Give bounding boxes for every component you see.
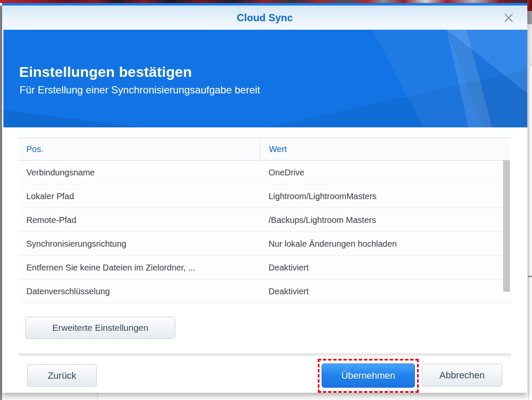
background-window-fragment xyxy=(527,11,532,24)
background-photo-fragment xyxy=(527,0,532,11)
background-scrollbar-fragment xyxy=(528,276,532,277)
banner-subtitle: Für Erstellung einer Synchronisierungsau… xyxy=(20,84,260,96)
advanced-settings-button[interactable]: Erweiterte Einstellungen xyxy=(25,317,175,339)
table-scrollbar-thumb[interactable] xyxy=(503,161,510,292)
back-button[interactable]: Zurück xyxy=(27,364,97,387)
banner-title: Einstellungen bestätigen xyxy=(19,64,192,80)
row-label: Datenverschlüsselung xyxy=(19,279,260,303)
row-value: Nur lokale Änderungen hochladen xyxy=(260,232,510,255)
row-value: OneDrive xyxy=(260,161,510,184)
background-right-edge xyxy=(527,0,532,400)
table-row: Entfernen Sie keine Dateien im Zielordne… xyxy=(19,256,510,279)
cloud-sync-dialog: Cloud Sync Einstellungen bestätigen Für … xyxy=(2,3,527,393)
table-row: Lokaler Pfad Lightroom/LightroomMasters xyxy=(19,184,510,208)
row-label: Verbindungsname xyxy=(19,161,260,184)
screen: Cloud Sync Einstellungen bestätigen Für … xyxy=(0,0,532,400)
horizontal-scrollbar-track xyxy=(19,353,511,357)
table-row: Verbindungsname OneDrive xyxy=(19,161,510,184)
row-value: Deaktiviert xyxy=(260,279,510,303)
close-icon[interactable] xyxy=(503,12,515,24)
dialog-titlebar: Cloud Sync xyxy=(2,6,527,30)
row-label: Remote-Pfad xyxy=(19,208,260,231)
table-row: Datenverschlüsselung Deaktiviert xyxy=(19,279,510,303)
settings-summary-table: Pos. Wert Verbindungsname OneDrive Lokal… xyxy=(19,138,510,303)
table-row: Remote-Pfad /Backups/Lightroom Masters xyxy=(19,208,510,232)
row-value: /Backups/Lightroom Masters xyxy=(260,208,510,231)
background-card-corner xyxy=(528,65,532,400)
table-header-pos: Pos. xyxy=(19,138,260,160)
table-row: Synchronisierungsrichtung Nur lokale Änd… xyxy=(19,232,510,256)
row-value: Lightroom/LightroomMasters xyxy=(260,184,510,208)
apply-button[interactable]: Übernehmen xyxy=(322,363,415,388)
background-photo-strip xyxy=(0,0,532,3)
background-panel-fragment xyxy=(527,24,532,65)
row-label: Synchronisierungsrichtung xyxy=(19,232,260,255)
row-value: Deaktiviert xyxy=(260,256,510,279)
wizard-banner: Einstellungen bestätigen Für Erstellung … xyxy=(3,30,527,127)
table-header-wert: Wert xyxy=(260,138,510,160)
window-title: Cloud Sync xyxy=(2,12,527,24)
background-bottom-area xyxy=(2,393,98,400)
table-header-row: Pos. Wert xyxy=(19,138,510,161)
row-label: Lokaler Pfad xyxy=(19,184,260,208)
background-divider-line xyxy=(98,393,98,400)
row-label: Entfernen Sie keine Dateien im Zielordne… xyxy=(19,256,260,279)
cancel-button[interactable]: Abbrechen xyxy=(422,364,502,386)
